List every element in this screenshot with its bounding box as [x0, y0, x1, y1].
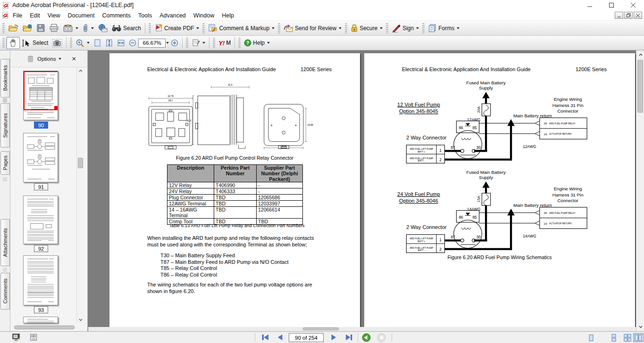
- tab-pages[interactable]: Pages: [0, 151, 10, 175]
- create-pdf-dropdown-arrow[interactable]: [196, 27, 199, 29]
- toolbar-grip[interactable]: [213, 38, 215, 48]
- document-restore-button[interactable]: [624, 12, 633, 19]
- tab-bookmarks[interactable]: Bookmarks: [0, 59, 10, 98]
- zoom-level-input[interactable]: [138, 39, 166, 48]
- sign-dropdown-arrow[interactable]: [416, 27, 419, 29]
- tab-grip[interactable]: [3, 178, 7, 181]
- page-number-badge[interactable]: 92: [34, 245, 48, 252]
- hand-tool-button[interactable]: [6, 37, 20, 49]
- zoom-tool-button[interactable]: [74, 38, 92, 49]
- previous-view-button[interactable]: [360, 333, 372, 342]
- snapshot-tool-button[interactable]: [50, 38, 64, 49]
- panel-hscrollbar-thumb[interactable]: [14, 326, 75, 329]
- panel-scrollbar[interactable]: [76, 67, 84, 323]
- toolbar-grip[interactable]: [202, 23, 205, 33]
- zoom-tool-dropdown-arrow[interactable]: [87, 42, 90, 44]
- page-thumbnail-partial[interactable]: [23, 317, 60, 323]
- document-scrollbar-thumb[interactable]: [637, 60, 643, 113]
- toolbar-grip[interactable]: [70, 38, 72, 48]
- next-page-button[interactable]: [327, 333, 340, 342]
- document-scroll-up-icon[interactable]: [639, 53, 643, 56]
- menu-file[interactable]: File: [9, 10, 26, 21]
- page-thumbnail-91[interactable]: 91: [23, 133, 60, 182]
- page-display-dropdown-arrow[interactable]: [202, 42, 205, 44]
- continuous-facing-view-button[interactable]: [622, 333, 633, 342]
- panel-scroll-down-icon[interactable]: [79, 318, 83, 321]
- page-thumbnail-92[interactable]: 92: [23, 196, 60, 244]
- page-layout-drawer-button[interactable]: [28, 333, 39, 342]
- menu-edit[interactable]: Edit: [26, 10, 44, 21]
- toolbar-grip[interactable]: [2, 38, 5, 48]
- send-for-review-button[interactable]: Send for Review: [282, 23, 343, 33]
- create-pdf-button[interactable]: Create PDF: [152, 23, 201, 33]
- toolbar-grip[interactable]: [238, 38, 241, 48]
- panel-options-button[interactable]: Options: [37, 56, 61, 62]
- comment-markup-button[interactable]: Comment & Markup: [206, 23, 276, 33]
- organizer-button[interactable]: [61, 23, 80, 33]
- menu-comments[interactable]: Comments: [99, 10, 134, 21]
- panel-scrollbar-thumb[interactable]: [78, 158, 83, 168]
- select-tool-button[interactable]: Select: [20, 38, 50, 48]
- email-button[interactable]: [96, 23, 109, 33]
- print-button[interactable]: [47, 23, 61, 33]
- tab-grip[interactable]: [3, 98, 7, 102]
- toolbar-grip[interactable]: [386, 23, 388, 33]
- menu-view[interactable]: View: [44, 10, 64, 21]
- zoom-in-button[interactable]: [169, 38, 180, 48]
- facing-view-button[interactable]: [633, 333, 644, 342]
- visible-area-highlight[interactable]: [24, 71, 58, 110]
- document-scrollbar[interactable]: [636, 50, 644, 331]
- forms-dropdown-arrow[interactable]: [457, 27, 460, 29]
- first-page-button[interactable]: [259, 333, 271, 342]
- save-button[interactable]: [34, 23, 47, 33]
- next-view-button[interactable]: [376, 333, 387, 342]
- zoom-out-button[interactable]: [127, 38, 138, 48]
- page-number-badge[interactable]: 90: [34, 122, 48, 129]
- yahoo-toolbar-button[interactable]: Y!M: [217, 39, 233, 48]
- document-hscrollbar-thumb[interactable]: [303, 327, 339, 330]
- toolbar-grip[interactable]: [186, 38, 188, 48]
- menu-help[interactable]: Help: [218, 10, 238, 21]
- document-minimize-button[interactable]: [615, 12, 623, 19]
- send-review-dropdown-arrow[interactable]: [339, 27, 342, 29]
- page-thumbnail-90[interactable]: 90: [23, 71, 60, 120]
- open-web-button[interactable]: [20, 23, 34, 33]
- visible-area-resize-handle[interactable]: [54, 106, 58, 109]
- document-close-button[interactable]: [634, 12, 642, 19]
- toolbar-grip[interactable]: [2, 23, 5, 33]
- panel-hscrollbar[interactable]: [13, 325, 75, 330]
- continuous-view-button[interactable]: [609, 333, 619, 342]
- search-button[interactable]: Search: [109, 24, 143, 33]
- page-indicator-input[interactable]: [289, 333, 324, 342]
- page-thumbnail-93[interactable]: 93: [23, 255, 60, 305]
- forms-button[interactable]: Forms: [426, 23, 461, 33]
- comment-markup-dropdown-arrow[interactable]: [272, 27, 275, 29]
- fit-page-button[interactable]: [103, 38, 115, 48]
- toolbar-grip[interactable]: [149, 23, 151, 33]
- attach-button[interactable]: [80, 23, 96, 33]
- fit-width-button[interactable]: [115, 38, 127, 48]
- document-scroll-down-icon[interactable]: [639, 326, 643, 328]
- window-maximize-button[interactable]: [601, 0, 622, 10]
- page-display-button[interactable]: [190, 38, 207, 48]
- toolbar-grip[interactable]: [422, 23, 425, 33]
- help-dropdown-arrow[interactable]: [267, 42, 270, 44]
- document-hscrollbar[interactable]: [88, 327, 636, 331]
- menu-document[interactable]: Document: [64, 10, 99, 21]
- menu-window[interactable]: Window: [190, 10, 218, 21]
- open-button[interactable]: [6, 23, 20, 33]
- toolbar-grip[interactable]: [345, 23, 347, 33]
- tab-grip[interactable]: [3, 268, 7, 272]
- panel-close-icon[interactable]: ✕: [72, 56, 76, 62]
- sign-button[interactable]: Sign: [390, 23, 421, 33]
- actual-size-button[interactable]: [92, 38, 103, 48]
- menu-tools[interactable]: Tools: [134, 10, 156, 21]
- window-close-button[interactable]: [622, 0, 644, 10]
- document-area[interactable]: Electrical & Electronic Application And …: [88, 50, 636, 331]
- tab-attachments[interactable]: Attachments: [0, 219, 10, 266]
- tab-comments[interactable]: Comments: [0, 273, 10, 310]
- window-minimize-button[interactable]: [579, 0, 601, 10]
- toolbar-grip[interactable]: [278, 23, 280, 33]
- secure-dropdown-arrow[interactable]: [380, 27, 383, 29]
- tab-signatures[interactable]: Signatures: [0, 103, 10, 147]
